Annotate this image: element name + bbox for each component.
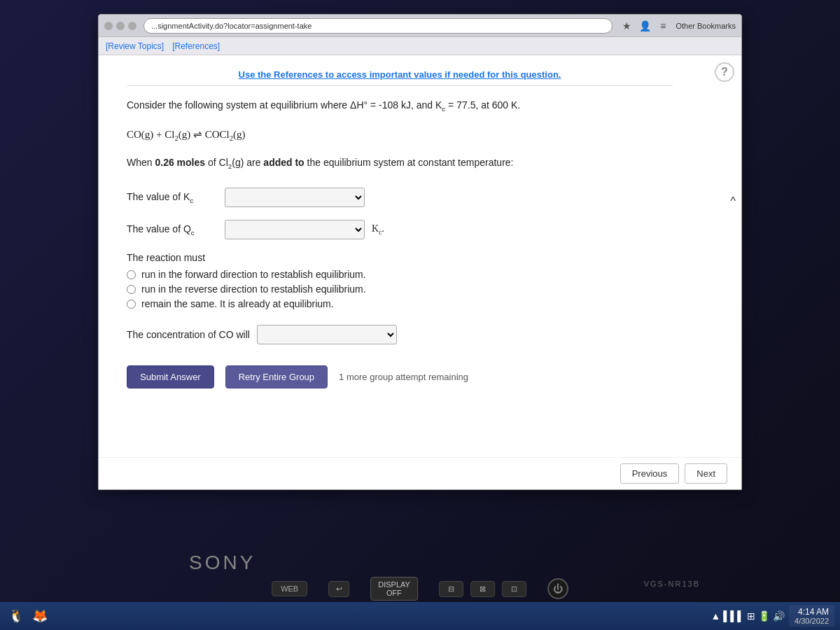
taskbar-right: ▲ ▌▌▌ ⊞ 🔋 🔊 4:14 AM 4/30/2022 [710,606,834,626]
concentration-dropdown[interactable]: increase decrease remain the same [257,325,397,344]
battery-icon[interactable]: 🔋 [758,610,770,622]
media-key-3[interactable]: ⊡ [502,581,526,597]
taskbar-icon-1[interactable]: 🐧 [6,606,27,626]
power-button[interactable]: ⏻ [547,578,568,599]
button-row: Submit Answer Retry Entire Group 1 more … [127,365,673,388]
taskbar: 🐧 🦊 ▲ ▌▌▌ ⊞ 🔋 🔊 4:14 AM 4/30/2022 [0,602,840,630]
other-bookmarks-label: Other Bookmarks [676,22,736,30]
browser-refresh-btn[interactable] [128,22,136,30]
notify-icon[interactable]: ▲ [710,610,720,622]
question-container: Use the References to access important v… [99,55,701,410]
kc-label: The value of Kc [127,191,218,204]
menu-icon[interactable]: ≡ [656,19,670,33]
clock-time: 4:14 AM [794,607,829,617]
qc-label: The value of Qc [127,223,218,237]
display-off-button[interactable]: DISPLAYOFF [370,577,418,601]
clock-date: 4/30/2022 [794,617,829,625]
media-key-2[interactable]: ⊠ [470,581,495,597]
radio-option-forward[interactable]: run in the forward direction to restabli… [127,269,673,280]
qc-row: The value of Qc greater than Kc less tha… [127,220,673,239]
help-icon[interactable]: ? [715,62,734,82]
taskbar-left: 🐧 🦊 [6,606,50,626]
bookmarks-bar: [Review Topics] [References] [99,37,741,55]
radio-same[interactable] [127,300,136,309]
bottom-nav-area: Previous Next [99,457,741,489]
fn-key[interactable]: ↩ [328,581,349,597]
kc-row: The value of Kc increases decreases rema… [127,188,673,207]
radio-option-reverse[interactable]: run in the reverse direction to restabli… [127,284,673,295]
media-keys: ⊟ ⊠ ⊡ [439,581,526,597]
media-key-1[interactable]: ⊟ [439,581,463,597]
web-key[interactable]: WEB [272,581,307,596]
concentration-label: The concentration of CO will [127,329,250,340]
taskbar-icon-2[interactable]: 🦊 [29,606,50,626]
reaction-must-label: The reaction must [127,252,673,263]
question-text: Consider the following system at equilib… [127,97,673,114]
browser-window: ...signmentActivity.do?locator=assignmen… [98,14,742,490]
page-content: ? ^ Use the References to access importa… [99,55,741,489]
address-text: ...signmentActivity.do?locator=assignmen… [151,22,312,30]
browser-topbar: ...signmentActivity.do?locator=assignmen… [99,15,741,37]
signal-icon[interactable]: ▌▌▌ [723,610,744,622]
vaio-label: VGS-NR13B [644,580,700,588]
kc-dropdown[interactable]: increases decreases remains the same [225,188,365,207]
radio-reverse[interactable] [127,285,136,294]
sony-logo: SONY [189,552,255,574]
network-icon[interactable]: ⊞ [747,610,755,622]
reaction-radio-group: The reaction must run in the forward dir… [127,252,673,309]
scroll-arrow[interactable]: ^ [730,195,736,208]
volume-icon[interactable]: 🔊 [773,610,785,622]
browser-actions: ★ 👤 ≡ [620,19,670,33]
bookmark-review-topics[interactable]: [Review Topics] [106,41,164,51]
radio-same-label: remain the same. It is already at equili… [141,298,334,309]
address-bar[interactable]: ...signmentActivity.do?locator=assignmen… [144,18,612,34]
radio-option-same[interactable]: remain the same. It is already at equili… [127,298,673,309]
radio-forward[interactable] [127,270,136,279]
references-line: Use the References to access important v… [127,69,673,86]
previous-button[interactable]: Previous [620,463,680,484]
user-icon[interactable]: 👤 [638,19,652,33]
radio-forward-label: run in the forward direction to restabli… [141,269,366,280]
attempts-text: 1 more group attempt remaining [339,372,468,382]
clock-area[interactable]: 4:14 AM 4/30/2022 [789,606,834,626]
star-icon[interactable]: ★ [620,19,634,33]
system-icons: ▲ ▌▌▌ ⊞ 🔋 🔊 [710,610,785,622]
when-text: When 0.26 moles of Cl2(g) are added to t… [127,155,673,172]
concentration-row: The concentration of CO will increase de… [127,325,673,344]
desktop: ...signmentActivity.do?locator=assignmen… [0,0,840,630]
browser-controls [104,22,136,30]
retry-entire-group-button[interactable]: Retry Entire Group [225,365,328,388]
radio-reverse-label: run in the reverse direction to restabli… [141,284,366,295]
browser-back-btn[interactable] [104,22,113,30]
submit-answer-button[interactable]: Submit Answer [127,365,214,388]
chemical-equation: CO(g) + Cl2(g) ⇌ COCl2(g) [127,128,673,142]
next-button[interactable]: Next [685,463,727,484]
qc-dropdown[interactable]: greater than Kc less than Kc equal to Kc [225,220,365,239]
browser-forward-btn[interactable] [116,22,125,30]
bookmark-references[interactable]: [References] [172,41,220,51]
references-note: Use the References to access important v… [239,69,561,80]
laptop-keyboard-area: WEB ↩ DISPLAYOFF ⊟ ⊠ ⊡ ⏻ [272,577,568,601]
kc-suffix-label: Kc. [372,223,384,236]
